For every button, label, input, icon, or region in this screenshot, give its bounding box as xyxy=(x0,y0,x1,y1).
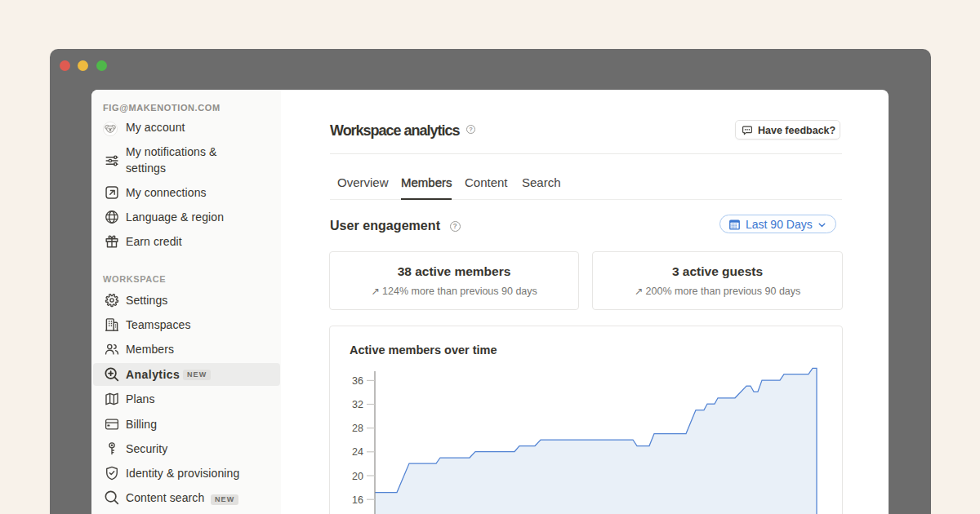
svg-text:28: 28 xyxy=(352,423,363,434)
svg-text:16: 16 xyxy=(352,494,363,506)
svg-text:32: 32 xyxy=(352,399,363,410)
svg-text:24: 24 xyxy=(352,446,363,458)
svg-text:20: 20 xyxy=(352,471,363,482)
svg-text:36: 36 xyxy=(352,375,363,387)
